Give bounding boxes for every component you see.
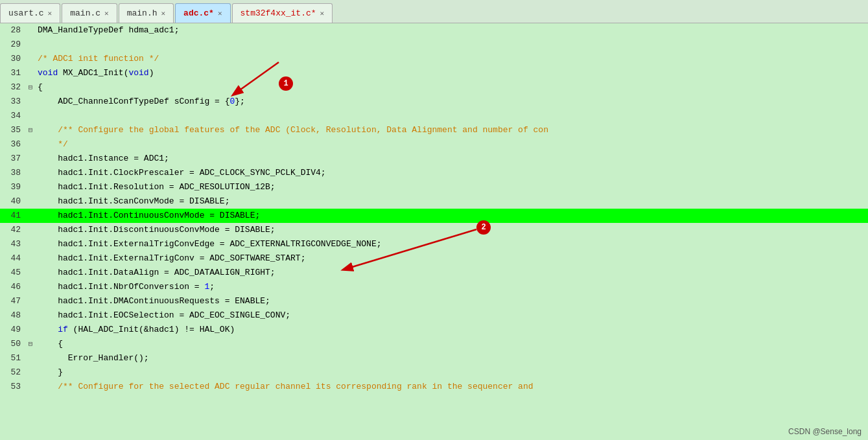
watermark: CSDN @Sense_long	[788, 427, 862, 436]
code-line-46: 46 hadc1.Init.NbrOfConversion = 1;	[0, 280, 868, 294]
tab-adc-c[interactable]: adc.c* ✕	[175, 3, 230, 23]
code-content-33: ADC_ChannelConfTypeDef sConfig = {0};	[35, 95, 245, 109]
line-num-51: 51	[0, 351, 26, 365]
code-line-52: 52 }	[0, 365, 868, 380]
line-num-48: 48	[0, 308, 26, 323]
line-num-33: 33	[0, 95, 26, 109]
line-num-39: 39	[0, 180, 26, 194]
line-num-32: 32	[0, 80, 26, 95]
tab-usart[interactable]: usart.c ✕	[0, 3, 60, 23]
line-num-40: 40	[0, 194, 26, 209]
code-line-42: 42 hadc1.Init.DiscontinuousConvMode = DI…	[0, 223, 868, 237]
code-content-28: DMA_HandleTypeDef hdma_adc1;	[35, 23, 179, 38]
code-line-53: 53 /** Configure for the selected ADC re…	[0, 380, 868, 394]
line-num-29: 29	[0, 38, 26, 52]
line-num-41: 41	[0, 209, 26, 223]
code-line-32: 32 ⊟ {	[0, 80, 868, 95]
line-num-31: 31	[0, 66, 26, 80]
tab-close-main-h[interactable]: ✕	[161, 9, 165, 17]
line-num-53: 53	[0, 380, 26, 394]
tab-close-adc-c[interactable]: ✕	[218, 9, 222, 17]
line-num-43: 43	[0, 237, 26, 251]
tab-main-h[interactable]: main.h ✕	[119, 3, 174, 23]
code-line-43: 43 hadc1.Init.ExternalTrigConvEdge = ADC…	[0, 237, 868, 251]
line-num-46: 46	[0, 280, 26, 294]
code-line-41: 41 hadc1.Init.ContinuousConvMode = DISAB…	[0, 209, 868, 223]
line-num-35: 35	[0, 123, 26, 137]
code-content-53: /** Configure for the selected ADC regul…	[35, 380, 534, 394]
line-num-45: 45	[0, 266, 26, 280]
line-num-30: 30	[0, 52, 26, 66]
tab-bar: usart.c ✕ main.c ✕ main.h ✕ adc.c* ✕ stm…	[0, 0, 868, 23]
code-content-38: hadc1.Init.ClockPrescaler = ADC_CLOCK_SY…	[35, 166, 326, 180]
code-content-49: if (HAL_ADC_Init(&hadc1) != HAL_OK)	[35, 323, 235, 337]
fold-35[interactable]: ⊟	[26, 123, 35, 137]
code-content-48: hadc1.Init.EOCSelection = ADC_EOC_SINGLE…	[35, 308, 290, 323]
tab-stm32-label: stm32f4xx_it.c*	[240, 8, 316, 18]
code-content-39: hadc1.Init.Resolution = ADC_RESOLUTION_1…	[35, 180, 276, 194]
code-line-40: 40 hadc1.Init.ScanConvMode = DISABLE;	[0, 194, 868, 209]
code-line-35: 35 ⊟ /** Configure the global features o…	[0, 123, 868, 137]
line-num-28: 28	[0, 23, 26, 38]
code-line-31: 31 void MX_ADC1_Init(void)	[0, 66, 868, 80]
code-content-41: hadc1.Init.ContinuousConvMode = DISABLE;	[35, 209, 260, 223]
line-num-49: 49	[0, 323, 26, 337]
tab-close-stm32[interactable]: ✕	[320, 9, 325, 17]
code-line-37: 37 hadc1.Instance = ADC1;	[0, 152, 868, 166]
line-num-37: 37	[0, 152, 26, 166]
code-line-34: 34	[0, 109, 868, 123]
code-line-50: 50 ⊟ {	[0, 337, 868, 351]
code-content-47: hadc1.Init.DMAContinuousRequests = ENABL…	[35, 294, 270, 308]
tab-close-usart[interactable]: ✕	[48, 9, 53, 17]
code-line-36: 36 */	[0, 137, 868, 152]
code-content-46: hadc1.Init.NbrOfConversion = 1;	[35, 280, 215, 294]
code-line-33: 33 ADC_ChannelConfTypeDef sConfig = {0};	[0, 95, 868, 109]
code-line-30: 30 /* ADC1 init function */	[0, 52, 868, 66]
code-line-39: 39 hadc1.Init.Resolution = ADC_RESOLUTIO…	[0, 180, 868, 194]
tab-main-h-label: main.h	[127, 8, 158, 18]
code-content-45: hadc1.Init.DataAlign = ADC_DATAALIGN_RIG…	[35, 266, 276, 280]
code-area: 28 DMA_HandleTypeDef hdma_adc1; 29 30 /*…	[0, 23, 868, 440]
code-line-48: 48 hadc1.Init.EOCSelection = ADC_EOC_SIN…	[0, 308, 868, 323]
code-content-31: void MX_ADC1_Init(void)	[35, 66, 154, 80]
tab-usart-label: usart.c	[8, 8, 44, 18]
code-content-51: Error_Handler();	[35, 351, 149, 365]
annotation-circle-2: 2	[476, 220, 491, 235]
code-content-40: hadc1.Init.ScanConvMode = DISABLE;	[35, 194, 229, 209]
line-num-42: 42	[0, 223, 26, 237]
code-line-47: 47 hadc1.Init.DMAContinuousRequests = EN…	[0, 294, 868, 308]
tab-main-c[interactable]: main.c ✕	[62, 3, 117, 23]
line-num-36: 36	[0, 137, 26, 152]
code-line-51: 51 Error_Handler();	[0, 351, 868, 365]
code-content-30: /* ADC1 init function */	[35, 52, 159, 66]
code-content-52: }	[35, 365, 63, 380]
tab-adc-c-label: adc.c*	[183, 8, 214, 18]
tab-close-main-c[interactable]: ✕	[104, 9, 109, 17]
code-line-38: 38 hadc1.Init.ClockPrescaler = ADC_CLOCK…	[0, 166, 868, 180]
code-content-42: hadc1.Init.DiscontinuousConvMode = DISAB…	[35, 223, 276, 237]
fold-32[interactable]: ⊟	[26, 80, 35, 95]
tab-stm32[interactable]: stm32f4xx_it.c* ✕	[232, 3, 333, 23]
line-num-47: 47	[0, 294, 26, 308]
fold-50[interactable]: ⊟	[26, 337, 35, 351]
line-num-52: 52	[0, 365, 26, 380]
code-content-50: {	[35, 337, 63, 351]
annotation-circle-1: 1	[279, 76, 293, 91]
code-line-45: 45 hadc1.Init.DataAlign = ADC_DATAALIGN_…	[0, 266, 868, 280]
line-num-38: 38	[0, 166, 26, 180]
code-content-44: hadc1.Init.ExternalTrigConv = ADC_SOFTWA…	[35, 251, 305, 266]
code-line-49: 49 if (HAL_ADC_Init(&hadc1) != HAL_OK)	[0, 323, 868, 337]
code-content-37: hadc1.Instance = ADC1;	[35, 152, 169, 166]
code-content-36: */	[35, 137, 68, 152]
code-line-44: 44 hadc1.Init.ExternalTrigConv = ADC_SOF…	[0, 251, 868, 266]
code-content-43: hadc1.Init.ExternalTrigConvEdge = ADC_EX…	[35, 237, 382, 251]
line-num-50: 50	[0, 337, 26, 351]
code-line-29: 29	[0, 38, 868, 52]
line-num-34: 34	[0, 109, 26, 123]
tab-main-c-label: main.c	[70, 8, 100, 18]
code-content-32: {	[35, 80, 43, 95]
line-num-44: 44	[0, 251, 26, 266]
code-line-28: 28 DMA_HandleTypeDef hdma_adc1;	[0, 23, 868, 38]
code-content-35: /** Configure the global features of the…	[35, 123, 548, 137]
